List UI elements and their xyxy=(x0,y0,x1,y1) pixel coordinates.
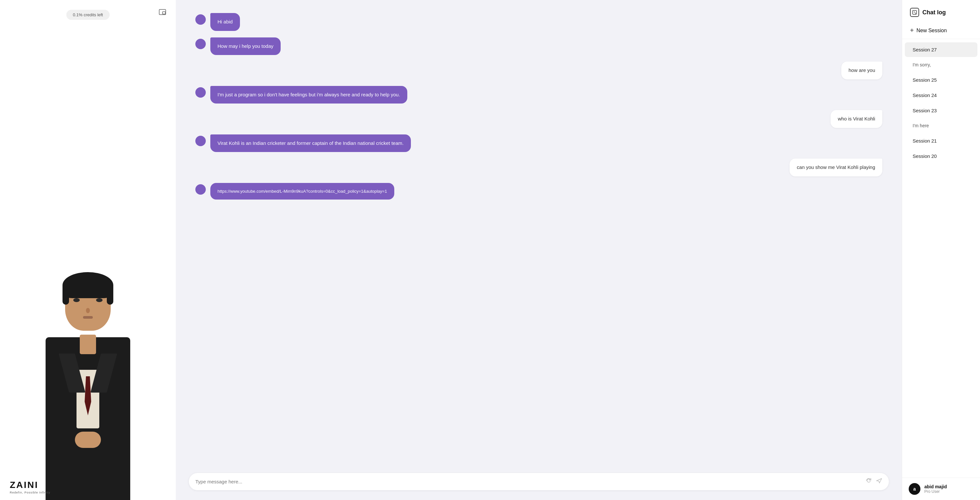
zaini-sub: Redefin, Possible Infinity xyxy=(10,491,51,494)
avatar-container: ZAINI Redefin, Possible Infinity xyxy=(0,0,176,500)
bot-avatar-dot xyxy=(195,184,206,195)
bot-avatar-dot xyxy=(195,39,206,49)
chat-messages: Hi abidHow may i help you todayhow are y… xyxy=(176,0,902,467)
message-row: Hi abid xyxy=(195,13,882,31)
message-row: how are you xyxy=(195,62,882,79)
user-role: Pro User xyxy=(924,489,947,494)
session-item[interactable]: Session 24 xyxy=(905,88,977,103)
message-bubble: can you show me Virat Kohli playing xyxy=(789,159,882,176)
bot-avatar-dot xyxy=(195,87,206,98)
user-info: abid majid Pro User xyxy=(924,484,947,494)
plus-icon: + xyxy=(910,27,914,34)
chat-input[interactable] xyxy=(195,479,865,484)
session-item[interactable]: Session 21 xyxy=(905,133,977,148)
refresh-icon[interactable] xyxy=(865,478,872,486)
user-profile: a abid majid Pro User xyxy=(902,478,980,500)
session-item[interactable]: Session 27 xyxy=(905,42,977,57)
message-bubble: who is Virat Kohli xyxy=(830,110,882,128)
session-item[interactable]: I'm sorry, xyxy=(905,58,977,72)
chat-log-header: Chat log xyxy=(902,0,980,22)
message-bubble: Hi abid xyxy=(210,13,240,31)
right-panel: Chat log + New Session Session 27I'm sor… xyxy=(902,0,980,500)
send-icon[interactable] xyxy=(876,478,882,486)
new-session-button[interactable]: + New Session xyxy=(902,22,980,39)
new-session-label: New Session xyxy=(916,28,947,33)
message-bubble: how are you xyxy=(841,62,882,79)
user-name: abid majid xyxy=(924,484,947,489)
message-bubble: How may i help you today xyxy=(210,37,281,56)
input-icons xyxy=(865,478,882,486)
message-bubble: Virat Kohli is an Indian cricketer and f… xyxy=(210,135,411,152)
message-bubble: https://www.youtube.com/embed/L-Mim9n9ku… xyxy=(210,183,394,200)
message-row: https://www.youtube.com/embed/L-Mim9n9ku… xyxy=(195,183,882,200)
session-item[interactable]: Session 25 xyxy=(905,73,977,87)
message-row: How may i help you today xyxy=(195,37,882,56)
message-row: Virat Kohli is an Indian cricketer and f… xyxy=(195,135,882,152)
chat-log-title: Chat log xyxy=(923,9,946,16)
session-item[interactable]: Session 23 xyxy=(905,103,977,118)
message-row: can you show me Virat Kohli playing xyxy=(195,159,882,176)
message-row: who is Virat Kohli xyxy=(195,110,882,128)
chat-log-icon xyxy=(910,8,919,17)
chat-input-wrapper xyxy=(189,473,889,490)
bot-avatar-dot xyxy=(195,14,206,25)
bot-avatar-dot xyxy=(195,136,206,146)
message-bubble: I'm just a program so i don't have feeli… xyxy=(210,86,407,104)
chat-input-area xyxy=(176,467,902,500)
avatar: a xyxy=(909,483,920,495)
message-row: I'm just a program so i don't have feeli… xyxy=(195,86,882,104)
sessions-list: Session 27I'm sorry,Session 25Session 24… xyxy=(902,39,980,478)
session-item[interactable]: I'm here xyxy=(905,119,977,133)
zaini-logo: ZAINI xyxy=(10,480,38,490)
left-panel: 0.1% credits left xyxy=(0,0,176,500)
chat-panel: Hi abidHow may i help you todayhow are y… xyxy=(176,0,902,500)
session-item[interactable]: Session 20 xyxy=(905,149,977,163)
